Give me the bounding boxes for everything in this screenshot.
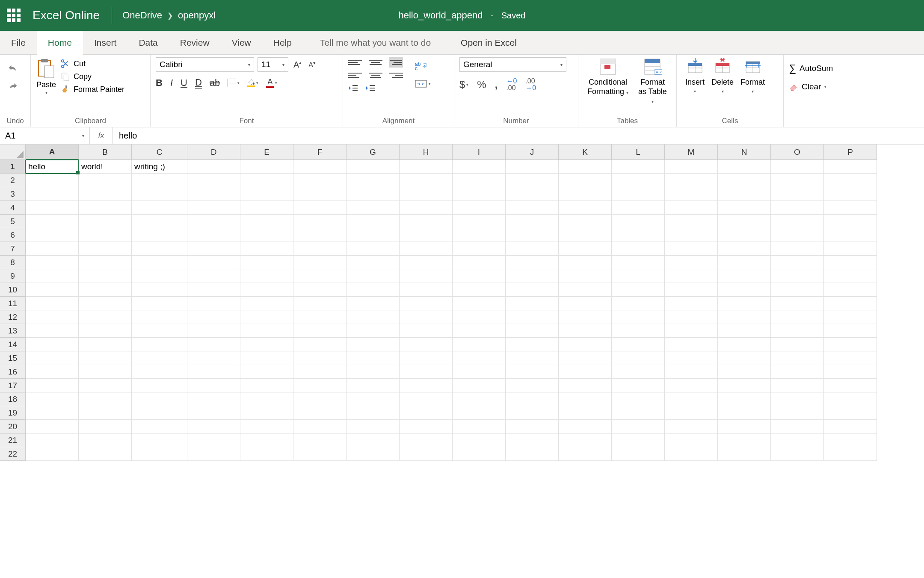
- formula-input[interactable]: hello: [113, 127, 924, 144]
- cell-I2[interactable]: [453, 174, 506, 187]
- cell-O5[interactable]: [771, 215, 824, 228]
- cell-J19[interactable]: [506, 406, 559, 420]
- cell-C9[interactable]: [132, 269, 187, 283]
- font-color-button[interactable]: A ▾: [266, 77, 277, 88]
- cell-K16[interactable]: [559, 365, 612, 379]
- cell-J9[interactable]: [506, 269, 559, 283]
- tab-file[interactable]: File: [0, 31, 37, 54]
- cell-K8[interactable]: [559, 256, 612, 269]
- cell-M19[interactable]: [665, 406, 718, 420]
- cell-J18[interactable]: [506, 392, 559, 406]
- strikethrough-button[interactable]: ab: [210, 77, 220, 88]
- cell-F18[interactable]: [293, 392, 346, 406]
- cell-O20[interactable]: [771, 420, 824, 434]
- cell-J20[interactable]: [506, 420, 559, 434]
- cell-N3[interactable]: [718, 187, 771, 201]
- cell-B15[interactable]: [79, 351, 132, 365]
- cell-O17[interactable]: [771, 379, 824, 392]
- cell-D5[interactable]: [187, 215, 240, 228]
- row-header-9[interactable]: 9: [0, 269, 26, 283]
- cell-N9[interactable]: [718, 269, 771, 283]
- cell-L19[interactable]: [612, 406, 665, 420]
- cell-J22[interactable]: [506, 447, 559, 461]
- cell-F19[interactable]: [293, 406, 346, 420]
- row-header-5[interactable]: 5: [0, 215, 26, 228]
- row-header-16[interactable]: 16: [0, 365, 26, 379]
- cell-A10[interactable]: [26, 283, 79, 297]
- cell-M13[interactable]: [665, 324, 718, 338]
- cell-K13[interactable]: [559, 324, 612, 338]
- cell-O7[interactable]: [771, 242, 824, 256]
- column-header-P[interactable]: P: [824, 144, 877, 160]
- cell-B3[interactable]: [79, 187, 132, 201]
- cell-O8[interactable]: [771, 256, 824, 269]
- column-header-C[interactable]: C: [132, 144, 187, 160]
- cell-F9[interactable]: [293, 269, 346, 283]
- cell-D22[interactable]: [187, 447, 240, 461]
- cell-C19[interactable]: [132, 406, 187, 420]
- accounting-format-button[interactable]: $▾: [459, 79, 468, 91]
- cell-L21[interactable]: [612, 434, 665, 447]
- cell-P16[interactable]: [824, 365, 877, 379]
- column-header-L[interactable]: L: [612, 144, 665, 160]
- cell-F8[interactable]: [293, 256, 346, 269]
- cell-O2[interactable]: [771, 174, 824, 187]
- cell-G17[interactable]: [346, 379, 400, 392]
- cell-B18[interactable]: [79, 392, 132, 406]
- cell-K18[interactable]: [559, 392, 612, 406]
- cell-P5[interactable]: [824, 215, 877, 228]
- cell-J4[interactable]: [506, 201, 559, 215]
- cell-C3[interactable]: [132, 187, 187, 201]
- cell-F10[interactable]: [293, 283, 346, 297]
- cell-D7[interactable]: [187, 242, 240, 256]
- cell-J7[interactable]: [506, 242, 559, 256]
- cell-A14[interactable]: [26, 338, 79, 351]
- cell-F20[interactable]: [293, 420, 346, 434]
- cell-N4[interactable]: [718, 201, 771, 215]
- cell-M17[interactable]: [665, 379, 718, 392]
- cell-B2[interactable]: [79, 174, 132, 187]
- borders-button[interactable]: ▾: [228, 79, 240, 87]
- conditional-formatting-button[interactable]: Conditional Formatting ▾: [583, 57, 632, 96]
- cell-G22[interactable]: [346, 447, 400, 461]
- column-header-J[interactable]: J: [506, 144, 559, 160]
- cell-O10[interactable]: [771, 283, 824, 297]
- cell-J16[interactable]: [506, 365, 559, 379]
- tab-review[interactable]: Review: [169, 31, 221, 54]
- tell-me-search[interactable]: Tell me what you want to do: [303, 31, 448, 54]
- cell-J2[interactable]: [506, 174, 559, 187]
- cell-K14[interactable]: [559, 338, 612, 351]
- cell-I15[interactable]: [453, 351, 506, 365]
- tab-insert[interactable]: Insert: [83, 31, 128, 54]
- cell-A12[interactable]: [26, 310, 79, 324]
- cell-F14[interactable]: [293, 338, 346, 351]
- cell-M15[interactable]: [665, 351, 718, 365]
- cell-P19[interactable]: [824, 406, 877, 420]
- cell-N18[interactable]: [718, 392, 771, 406]
- cell-D18[interactable]: [187, 392, 240, 406]
- cell-P12[interactable]: [824, 310, 877, 324]
- cell-M5[interactable]: [665, 215, 718, 228]
- cell-G8[interactable]: [346, 256, 400, 269]
- cell-C17[interactable]: [132, 379, 187, 392]
- align-bottom-button[interactable]: [389, 57, 403, 68]
- cell-J8[interactable]: [506, 256, 559, 269]
- tab-home[interactable]: Home: [37, 31, 83, 54]
- row-header-12[interactable]: 12: [0, 310, 26, 324]
- cell-K12[interactable]: [559, 310, 612, 324]
- tab-help[interactable]: Help: [262, 31, 303, 54]
- undo-icon[interactable]: [7, 63, 19, 75]
- cell-E11[interactable]: [240, 297, 293, 310]
- cell-A16[interactable]: [26, 365, 79, 379]
- cell-L16[interactable]: [612, 365, 665, 379]
- cell-A11[interactable]: [26, 297, 79, 310]
- cell-C11[interactable]: [132, 297, 187, 310]
- copy-button[interactable]: Copy: [61, 72, 124, 81]
- comma-format-button[interactable]: ,: [495, 79, 498, 91]
- cell-F12[interactable]: [293, 310, 346, 324]
- cell-B21[interactable]: [79, 434, 132, 447]
- cell-I10[interactable]: [453, 283, 506, 297]
- cell-L10[interactable]: [612, 283, 665, 297]
- row-header-21[interactable]: 21: [0, 434, 26, 447]
- cell-J10[interactable]: [506, 283, 559, 297]
